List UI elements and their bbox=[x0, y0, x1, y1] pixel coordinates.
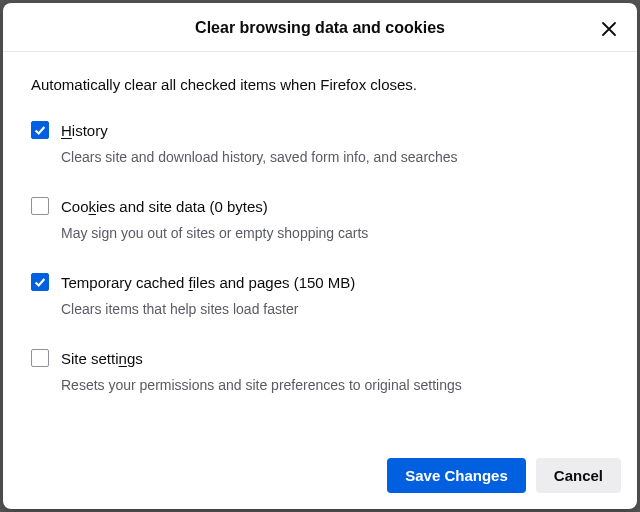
clear-data-dialog: Clear browsing data and cookies Automati… bbox=[3, 3, 637, 509]
check-icon bbox=[33, 275, 47, 289]
label-rest: gs bbox=[127, 350, 143, 367]
option-row: Temporary cached files and pages (150 MB… bbox=[31, 273, 609, 291]
label-rest: ies and site data (0 bytes) bbox=[96, 198, 268, 215]
close-icon bbox=[601, 21, 617, 37]
option-row: History bbox=[31, 121, 609, 139]
option-row: Site settings bbox=[31, 349, 609, 367]
site-settings-desc: Resets your permissions and site prefere… bbox=[61, 377, 609, 393]
close-button[interactable] bbox=[595, 15, 623, 43]
history-checkbox[interactable] bbox=[31, 121, 49, 139]
site-settings-checkbox[interactable] bbox=[31, 349, 49, 367]
cache-label[interactable]: Temporary cached files and pages (150 MB… bbox=[61, 274, 355, 291]
accesskey: H bbox=[61, 122, 72, 139]
dialog-header: Clear browsing data and cookies bbox=[3, 3, 637, 52]
label-pre: Temporary cached bbox=[61, 274, 189, 291]
cache-checkbox[interactable] bbox=[31, 273, 49, 291]
accesskey: k bbox=[89, 198, 97, 215]
accesskey: n bbox=[119, 350, 127, 367]
label-pre: Site setti bbox=[61, 350, 119, 367]
cancel-button[interactable]: Cancel bbox=[536, 458, 621, 493]
cookies-checkbox[interactable] bbox=[31, 197, 49, 215]
option-history: History Clears site and download history… bbox=[31, 121, 609, 165]
dialog-title: Clear browsing data and cookies bbox=[3, 19, 637, 37]
site-settings-label[interactable]: Site settings bbox=[61, 350, 143, 367]
cookies-desc: May sign you out of sites or empty shopp… bbox=[61, 225, 609, 241]
intro-text: Automatically clear all checked items wh… bbox=[31, 76, 609, 93]
save-button[interactable]: Save Changes bbox=[387, 458, 526, 493]
label-pre: Coo bbox=[61, 198, 89, 215]
option-cache: Temporary cached files and pages (150 MB… bbox=[31, 273, 609, 317]
history-desc: Clears site and download history, saved … bbox=[61, 149, 609, 165]
option-row: Cookies and site data (0 bytes) bbox=[31, 197, 609, 215]
dialog-footer: Save Changes Cancel bbox=[3, 444, 637, 509]
dialog-content: Automatically clear all checked items wh… bbox=[3, 52, 637, 444]
check-icon bbox=[33, 123, 47, 137]
label-rest: istory bbox=[72, 122, 108, 139]
option-site-settings: Site settings Resets your permissions an… bbox=[31, 349, 609, 393]
cache-desc: Clears items that help sites load faster bbox=[61, 301, 609, 317]
history-label[interactable]: History bbox=[61, 122, 108, 139]
option-cookies: Cookies and site data (0 bytes) May sign… bbox=[31, 197, 609, 241]
label-rest: iles and pages (150 MB) bbox=[193, 274, 356, 291]
cookies-label[interactable]: Cookies and site data (0 bytes) bbox=[61, 198, 268, 215]
